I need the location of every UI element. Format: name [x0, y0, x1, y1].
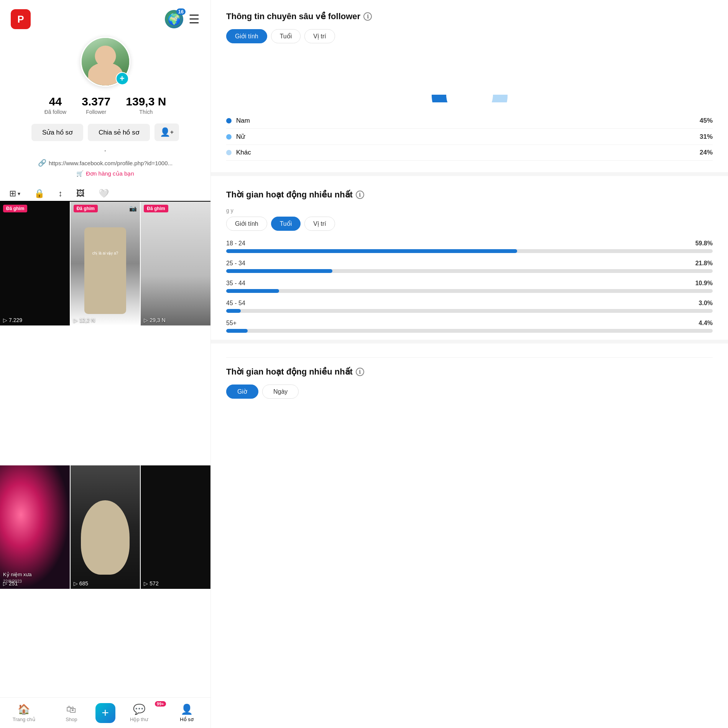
action-buttons: Sửa hồ sơ Chia sẻ hồ sơ 👤+	[31, 123, 179, 141]
share-profile-button[interactable]: Chia sẻ hồ sơ	[88, 124, 150, 141]
legend-item-khac: Khác 24%	[226, 145, 713, 161]
video-thumb-5	[71, 465, 140, 589]
edit-profile-button[interactable]: Sửa hồ sơ	[31, 124, 83, 141]
legend-left-khac: Khác	[226, 149, 251, 156]
bar-track-18-24	[226, 249, 713, 253]
video-cell-1[interactable]: Đã ghim ▷ 7.229	[0, 202, 70, 325]
home-icon: 🏠	[18, 703, 30, 715]
lock-icon: 🔒	[34, 189, 44, 199]
tab-location[interactable]: Vị trí	[304, 29, 335, 43]
bar-pct-55plus: 4.4%	[699, 320, 713, 327]
info-icon-activity-2[interactable]: ℹ	[356, 368, 364, 376]
tab-lock[interactable]: 🔒	[33, 186, 46, 201]
video-text-2: chị là ai vậy a?	[92, 251, 118, 255]
video-thumb-3	[141, 202, 210, 325]
video-cell-4[interactable]: Kỷ niệm xưa 22/8/2023 ▷ 251	[0, 465, 70, 589]
tab-repost[interactable]: ↕	[57, 186, 64, 201]
video-grid: Đã ghim ▷ 7.229 Đã ghim 📷 chị là ai vậy …	[0, 202, 210, 728]
followers-value: 3.377	[82, 95, 110, 108]
link-text: https://www.facebook.com/profile.php?id=…	[49, 160, 173, 166]
hour-tab-gio[interactable]: Giờ	[226, 385, 258, 399]
add-avatar-button[interactable]: +	[116, 72, 129, 85]
bar-range-55plus: 55+	[226, 320, 237, 327]
video-cell-5[interactable]: ▷ 685	[71, 465, 140, 589]
cart-icon: 🛒	[76, 170, 84, 177]
tab-photo[interactable]: 🖼	[75, 186, 86, 201]
info-icon-follower[interactable]: ℹ	[363, 12, 372, 21]
activity-section-1: Thời gian hoạt động nhiều nhất ℹ g y Giớ…	[226, 190, 713, 333]
svg-rect-5	[427, 53, 512, 95]
bar-35-44: 35 - 44 10.9%	[226, 280, 713, 293]
donut-svg	[427, 53, 512, 102]
nav-home[interactable]: 🏠 Trang chủ	[0, 703, 48, 722]
video-cell-6[interactable]: ▷ 572	[141, 465, 210, 589]
avatar-wrapper: +	[81, 37, 130, 87]
nav-home-label: Trang chủ	[13, 716, 35, 722]
profile-link[interactable]: 🔗 https://www.facebook.com/profile.php?i…	[38, 159, 173, 167]
activity-title-1: Thời gian hoạt động nhiều nhất ℹ	[226, 190, 713, 200]
video-cell-2[interactable]: Đã ghim 📷 chị là ai vậy a? ▷ 12,2 N	[71, 202, 140, 325]
bar-fill-55plus	[226, 329, 248, 333]
bar-range-35-44: 35 - 44	[226, 280, 245, 287]
hour-tab-ngay[interactable]: Ngày	[262, 385, 299, 399]
activity-tab-location[interactable]: Vị trí	[304, 217, 335, 231]
activity-section-2: Thời gian hoạt động nhiều nhất ℹ Giờ Ngà…	[226, 357, 713, 399]
follower-filter-tabs: Giới tính Tuổi Vị trí	[226, 29, 713, 43]
tab-liked[interactable]: 🤍	[97, 186, 110, 201]
top-bar: P 🌍 16 ☰	[0, 0, 210, 33]
legend-left-nu: Nữ	[226, 133, 245, 141]
section-divider-2	[211, 340, 728, 343]
activity-tab-gender[interactable]: Giới tính	[226, 217, 267, 231]
legend-pct-nu: 31%	[700, 133, 713, 141]
tab-age[interactable]: Tuổi	[271, 29, 301, 43]
nav-profile-label: Hồ sơ	[180, 716, 194, 722]
hamburger-menu[interactable]: ☰	[189, 12, 200, 26]
notification-badge: 16	[176, 8, 186, 15]
nav-shop[interactable]: 🛍 Shop	[48, 703, 95, 722]
bar-header-45-54: 45 - 54 3.0%	[226, 300, 713, 307]
bar-18-24: 18 - 24 59.8%	[226, 240, 713, 253]
bar-fill-18-24	[226, 249, 517, 253]
bar-header-18-24: 18 - 24 59.8%	[226, 240, 713, 247]
nav-inbox[interactable]: 💬 99+ Hộp thư	[115, 703, 163, 722]
add-friend-button[interactable]: 👤+	[154, 123, 179, 141]
bar-track-25-34	[226, 269, 713, 273]
cart-link[interactable]: 🛒 Đơn hàng của bạn	[76, 170, 134, 177]
legend-dot-nam	[226, 118, 232, 123]
legend-label-khac: Khác	[236, 149, 251, 156]
video-thumb-6	[141, 465, 210, 589]
bar-pct-45-54: 3.0%	[699, 300, 713, 307]
heart-icon: 🤍	[99, 189, 109, 199]
legend-pct-nam: 45%	[700, 117, 713, 125]
cart-label: Đơn hàng của bạn	[86, 170, 134, 177]
video-cell-3[interactable]: Đã ghim ▷ 29,3 N	[141, 202, 210, 325]
legend-label-nu: Nữ	[236, 133, 245, 141]
play-icon-5: ▷	[74, 580, 78, 587]
legend-dot-nu	[226, 134, 232, 140]
profile-dot: ·	[104, 144, 107, 156]
tab-gender[interactable]: Giới tính	[226, 29, 267, 43]
bar-pct-18-24: 59.8%	[695, 240, 713, 247]
bar-header-25-34: 25 - 34 21.8%	[226, 260, 713, 267]
bar-track-45-54	[226, 309, 713, 313]
nav-create-button[interactable]: +	[95, 703, 115, 723]
link-icon: 🔗	[38, 159, 46, 167]
video-thumb-1	[0, 202, 70, 325]
legend-label-nam: Nam	[236, 117, 250, 125]
stat-following: 44 Đã follow	[44, 95, 67, 115]
bar-track-35-44	[226, 289, 713, 293]
tab-grid[interactable]: ⊞ ▾	[8, 186, 22, 201]
donut-chart-container	[226, 53, 713, 102]
top-right-icons: 🌍 16 ☰	[165, 10, 200, 28]
nav-profile[interactable]: 👤 Hồ sơ	[163, 703, 210, 722]
hour-tabs: Giờ Ngày	[226, 385, 713, 399]
activity-tab-age[interactable]: Tuổi	[271, 217, 301, 231]
likes-value: 139,3 N	[126, 95, 166, 108]
globe-icon[interactable]: 🌍 16	[165, 10, 183, 28]
repost-icon: ↕	[58, 189, 62, 199]
stat-followers: 3.377 Follower	[82, 95, 110, 115]
legend-left-nam: Nam	[226, 117, 250, 125]
info-icon-activity-1[interactable]: ℹ	[356, 191, 364, 199]
photo-badge-2: 📷	[129, 205, 137, 212]
legend-list: Nam 45% Nữ 31% Khác 24%	[226, 113, 713, 161]
